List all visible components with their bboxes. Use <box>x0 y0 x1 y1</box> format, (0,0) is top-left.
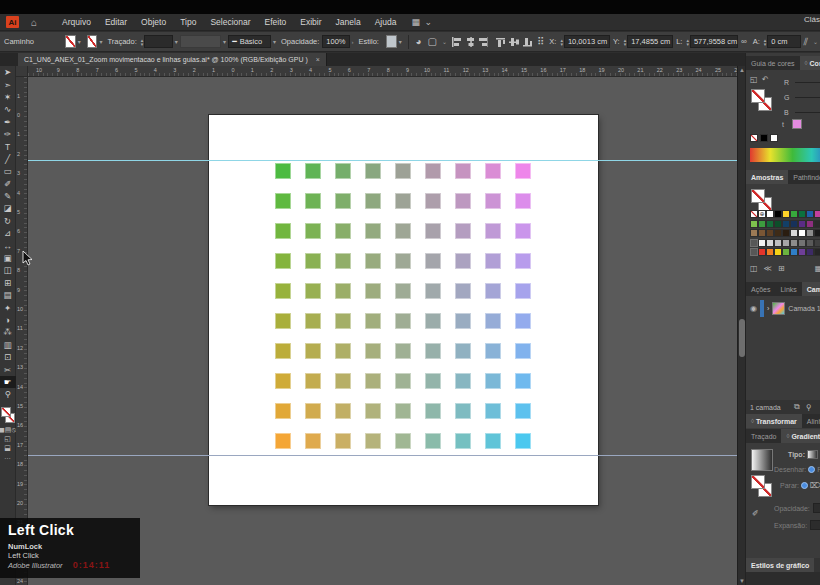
style-swatch[interactable] <box>386 35 397 48</box>
guide-line-1[interactable] <box>28 160 737 161</box>
swatch[interactable] <box>774 239 782 247</box>
shear-icon[interactable]: ⫽ <box>804 36 808 48</box>
channel-slider-g[interactable] <box>795 97 820 98</box>
grid-square[interactable] <box>395 223 411 239</box>
tab-tra-ado[interactable]: Traçado <box>746 429 781 443</box>
grid-square[interactable] <box>485 163 501 179</box>
stroke-weight-dropdown-icon[interactable]: ▾ <box>175 38 178 45</box>
fill-dropdown-icon[interactable]: ▾ <box>78 38 81 45</box>
opacity-expand-icon[interactable]: › <box>352 39 354 45</box>
grid-square[interactable] <box>455 373 471 389</box>
swatch[interactable] <box>766 229 774 237</box>
color-spectrum-bar[interactable] <box>750 148 820 162</box>
tab-amostras[interactable]: Amostras <box>746 170 788 184</box>
align-center-icon[interactable] <box>465 37 475 47</box>
pencil-tool[interactable]: ✎ <box>0 190 16 202</box>
drawing-modes-icon[interactable]: ◱ <box>0 434 16 443</box>
channel-slider-b[interactable] <box>795 112 820 113</box>
grid-square[interactable] <box>335 373 351 389</box>
grid-square[interactable] <box>335 403 351 419</box>
brush-dropdown-icon[interactable]: ▾ <box>273 38 276 45</box>
grid-square[interactable] <box>305 223 321 239</box>
grid-square[interactable] <box>395 193 411 209</box>
grid-square[interactable] <box>515 403 531 419</box>
vertical-ruler[interactable]: 1012345678910111213141516171819202122232… <box>16 77 28 585</box>
swatch[interactable] <box>798 220 806 228</box>
grid-square[interactable] <box>425 433 441 449</box>
swatch[interactable] <box>766 239 774 247</box>
swatch[interactable] <box>790 210 798 218</box>
toolbar-fill-swatch[interactable] <box>1 407 11 417</box>
color-fill-stroke[interactable] <box>751 89 775 113</box>
grid-square[interactable] <box>335 313 351 329</box>
align-right-icon[interactable] <box>478 37 488 47</box>
grid-square[interactable] <box>455 253 471 269</box>
swatch[interactable] <box>774 229 782 237</box>
swatch[interactable] <box>790 248 798 256</box>
swatch[interactable] <box>758 220 766 228</box>
grid-square[interactable] <box>455 433 471 449</box>
grid-square[interactable] <box>305 163 321 179</box>
grid-square[interactable] <box>485 343 501 359</box>
swatch[interactable] <box>774 248 782 256</box>
grid-square[interactable] <box>275 373 291 389</box>
tab-gradiente[interactable]: ◊Gradiente <box>781 429 820 443</box>
grid-square[interactable] <box>515 223 531 239</box>
recolor-artwork-icon[interactable]: ◕ <box>415 36 421 47</box>
magic-wand-tool[interactable]: ✶ <box>0 91 16 103</box>
grid-square[interactable] <box>485 313 501 329</box>
menu-item-tipo[interactable]: Tipo <box>173 17 203 27</box>
stroke-color-swatch[interactable] <box>87 35 98 48</box>
shear-dropdown-icon[interactable]: ⌄ <box>813 38 818 45</box>
line-segment-tool[interactable]: ╱ <box>0 153 16 165</box>
tab-cor[interactable]: ◊Cor <box>800 56 820 70</box>
blend-tool[interactable]: ◑ <box>0 314 16 326</box>
gradient-fill-stroke[interactable] <box>751 475 775 499</box>
grid-square[interactable] <box>275 433 291 449</box>
grid-square[interactable] <box>305 193 321 209</box>
color-fill-swatch[interactable] <box>751 89 765 103</box>
grid-square[interactable] <box>275 253 291 269</box>
menu-item-janela[interactable]: Janela <box>329 17 368 27</box>
layer-row[interactable]: ◉ › Camada 1 <box>746 300 820 317</box>
grid-square[interactable] <box>365 343 381 359</box>
swatch[interactable] <box>798 210 806 218</box>
last-color-swatch[interactable] <box>792 119 802 129</box>
gradient-spread-input[interactable] <box>810 520 820 530</box>
width-tool[interactable]: ↔ <box>0 239 16 251</box>
width-stepper[interactable]: ▴▾ <box>686 38 689 46</box>
transform-reference-icon[interactable]: ⠿ <box>537 36 543 47</box>
tab-a-es[interactable]: Ações <box>746 282 775 296</box>
menu-item-selecionar[interactable]: Selecionar <box>203 17 257 27</box>
style-dropdown-icon[interactable]: ▾ <box>399 38 402 45</box>
grid-square[interactable] <box>305 253 321 269</box>
menu-item-efeito[interactable]: Efeito <box>258 17 294 27</box>
rotate-tool[interactable]: ↻ <box>0 215 16 227</box>
swatch[interactable] <box>806 248 814 256</box>
link-dimensions-icon[interactable]: ∞ <box>741 37 747 46</box>
type-tool[interactable]: T <box>0 140 16 152</box>
guide-line-2[interactable] <box>28 455 737 456</box>
swatch[interactable] <box>758 248 766 256</box>
grid-square[interactable] <box>425 193 441 209</box>
tab-pathfinder[interactable]: Pathfinder <box>788 170 820 184</box>
paintbrush-tool[interactable]: ✐ <box>0 178 16 190</box>
swatch[interactable] <box>798 248 806 256</box>
swatch[interactable] <box>758 239 766 247</box>
grid-square[interactable] <box>425 403 441 419</box>
grid-square[interactable] <box>455 163 471 179</box>
stroke-weight-stepper[interactable]: ▴▾ <box>141 38 144 46</box>
y-stepper[interactable]: ▴▾ <box>624 38 627 46</box>
color-limit-icon[interactable]: ◱ <box>750 75 758 84</box>
swatch[interactable] <box>814 220 820 228</box>
x-input[interactable]: 10,0013 cm <box>564 35 610 48</box>
swatch[interactable] <box>806 229 814 237</box>
grid-square[interactable] <box>395 433 411 449</box>
color-gradient-none-buttons[interactable]: ◼▤⦸ <box>0 425 16 434</box>
swatch[interactable] <box>758 229 766 237</box>
tab-camadas[interactable]: Camadas <box>802 282 820 296</box>
grid-square[interactable] <box>515 253 531 269</box>
edit-toolbar-icon[interactable]: … <box>0 452 16 461</box>
new-swatch-group-icon[interactable]: ⊞ <box>778 264 785 273</box>
scale-tool[interactable]: ⊿ <box>0 227 16 239</box>
